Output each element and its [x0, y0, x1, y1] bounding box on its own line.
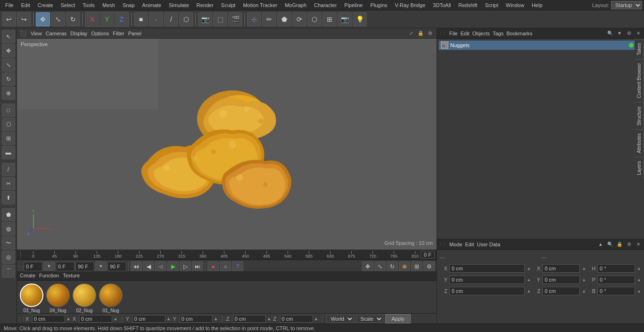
objects-filter-icon[interactable]: ▼: [616, 30, 623, 37]
magnet-btn[interactable]: ◎: [2, 251, 15, 264]
attr-h-arrow[interactable]: ▲: [637, 266, 641, 271]
help-button[interactable]: ?: [232, 261, 243, 272]
attr-search-icon[interactable]: 🔍: [606, 241, 614, 248]
attr-p-val[interactable]: 0 °: [597, 275, 635, 284]
coord-z-field[interactable]: 0 cm: [233, 315, 266, 323]
objects-settings-icon[interactable]: ⚙: [625, 30, 633, 37]
objects-menu-file[interactable]: File: [449, 31, 458, 36]
attr-z-arrow[interactable]: ▲: [527, 289, 531, 293]
reverse-play-button[interactable]: ◁: [155, 261, 166, 272]
menu-animate[interactable]: Animate: [139, 1, 165, 9]
menu-file[interactable]: File: [2, 1, 17, 9]
attr-y-val[interactable]: 0 cm: [449, 275, 525, 284]
tc-rotate-btn[interactable]: ↻: [387, 261, 398, 272]
menu-motion-tracker[interactable]: Motion Tracker: [239, 1, 281, 9]
move-tool-button[interactable]: ✥: [36, 12, 50, 26]
undo-button[interactable]: ↩: [2, 12, 16, 26]
apply-button[interactable]: Apply: [385, 314, 411, 324]
vtab-content-browser[interactable]: Content Browser: [635, 59, 644, 102]
go-first-button[interactable]: ⏮: [131, 261, 142, 272]
menu-select[interactable]: Select: [58, 1, 79, 9]
viewport-maximize-icon[interactable]: ⤢: [407, 30, 415, 37]
frame-number[interactable]: 0 F: [421, 251, 435, 259]
menu-window[interactable]: Window: [503, 1, 528, 9]
paint-btn[interactable]: ⬟: [2, 208, 15, 221]
tc-snap-btn[interactable]: ⊕: [399, 261, 410, 272]
vtab-structure[interactable]: Structure: [635, 102, 644, 130]
pen-tool-button[interactable]: ✏: [262, 12, 276, 26]
menu-plugins[interactable]: Plugins: [367, 1, 390, 9]
attr-b-arrow[interactable]: ▲: [637, 289, 641, 293]
attr-y2-arrow[interactable]: ▲: [582, 277, 586, 282]
spline-btn[interactable]: 〜: [2, 236, 15, 250]
attr-x-val[interactable]: 0 cm: [449, 264, 525, 273]
next-frame-button[interactable]: ▷: [180, 261, 191, 272]
menu-tools[interactable]: Tools: [79, 1, 98, 9]
attr-lock-icon[interactable]: 🔒: [616, 241, 623, 248]
frame-current-field[interactable]: 0 F: [56, 262, 74, 271]
scale-dropdown[interactable]: Scale: [356, 315, 383, 323]
play-button[interactable]: ▶: [167, 261, 179, 272]
prev-frame-button[interactable]: ◀: [143, 261, 154, 272]
floor-btn[interactable]: ▬: [2, 146, 15, 159]
y-axis-button[interactable]: Y: [100, 12, 114, 26]
attr-z2-val[interactable]: 0 cm: [542, 287, 580, 295]
objects-menu-tags[interactable]: Tags: [493, 31, 504, 36]
nuggets-row[interactable]: N Nuggets: [439, 40, 642, 50]
rotate-btn[interactable]: ↻: [2, 73, 15, 86]
attr-y2-val[interactable]: 0 cm: [542, 275, 580, 284]
move-btn[interactable]: ✥: [2, 44, 15, 57]
coord-system-button[interactable]: ⊹: [247, 12, 261, 26]
coord-z-arrow[interactable]: ▲: [267, 316, 272, 321]
menu-vray[interactable]: V-Ray Bridge: [392, 1, 429, 9]
objects-menu-objects[interactable]: Objects: [472, 31, 490, 36]
scale-btn[interactable]: ⤡: [2, 58, 15, 72]
material-item-2[interactable]: 02_Nug: [73, 283, 96, 313]
nuggets-visibility-dot[interactable]: [629, 43, 634, 48]
record-button[interactable]: ●: [207, 261, 219, 272]
attr-z2-arrow[interactable]: ▲: [582, 289, 586, 293]
viewport-menu-options[interactable]: Options: [91, 31, 109, 36]
tc-scale-btn[interactable]: ⤡: [374, 261, 386, 272]
menu-render[interactable]: Render: [193, 1, 217, 9]
loop-cut-button[interactable]: ⟳: [292, 12, 306, 26]
viewport-collapse-btn[interactable]: ⬛: [20, 30, 27, 37]
material-menu-create[interactable]: Create: [20, 273, 35, 278]
tc-grid-btn[interactable]: ⊞: [411, 261, 422, 272]
selection-tool-btn[interactable]: ↖: [2, 30, 15, 43]
render-button[interactable]: 📷: [198, 12, 212, 26]
bend-btn[interactable]: ⌒: [2, 265, 15, 278]
menu-redshift[interactable]: Redshift: [455, 1, 480, 9]
menu-script[interactable]: Script: [482, 1, 502, 9]
select-tool-button[interactable]: ⬡: [307, 12, 322, 26]
attr-b-val[interactable]: 0 °: [597, 287, 635, 295]
world-dropdown[interactable]: World: [326, 315, 354, 323]
material-item-1[interactable]: 04_Nug: [46, 283, 70, 313]
attr-menu-mode[interactable]: Mode: [449, 242, 462, 247]
edge-mode-button[interactable]: /: [164, 12, 178, 26]
menu-help[interactable]: Help: [528, 1, 546, 9]
viewport-menu-display[interactable]: Display: [70, 31, 87, 36]
menu-sculpt[interactable]: Sculpt: [218, 1, 239, 9]
menu-snap[interactable]: Snap: [119, 1, 138, 9]
menu-simulate[interactable]: Simulate: [165, 1, 192, 9]
viewport-settings-icon[interactable]: ⚙: [426, 30, 434, 37]
camera-button[interactable]: 📷: [338, 12, 352, 26]
extrude-btn[interactable]: ⬆: [2, 191, 15, 204]
viewport-canvas[interactable]: Perspective Grid Spacing : 10 cm X Y Z: [17, 39, 437, 250]
attr-settings-icon[interactable]: ⚙: [625, 241, 633, 248]
vtab-takes[interactable]: Takes: [635, 39, 644, 59]
light-button[interactable]: 💡: [353, 12, 367, 26]
render-region-button[interactable]: ⬚: [213, 12, 227, 26]
menu-create[interactable]: Create: [34, 1, 57, 9]
poly-mode-button[interactable]: ⬡: [179, 12, 193, 26]
sculpt-btn[interactable]: ◍: [2, 222, 15, 235]
coord-y-field[interactable]: 0 cm: [132, 315, 165, 323]
transform-btn[interactable]: ⊕: [2, 87, 15, 100]
tc-arrow-down[interactable]: ▼: [43, 261, 55, 272]
coord-y2-arrow[interactable]: ▲: [214, 316, 218, 321]
coord-x2-arrow[interactable]: ▲: [113, 316, 118, 321]
stop-record-button[interactable]: ○: [220, 261, 231, 272]
attr-h-val[interactable]: 0 °: [597, 264, 635, 273]
viewport-menu-view[interactable]: View: [31, 31, 42, 36]
